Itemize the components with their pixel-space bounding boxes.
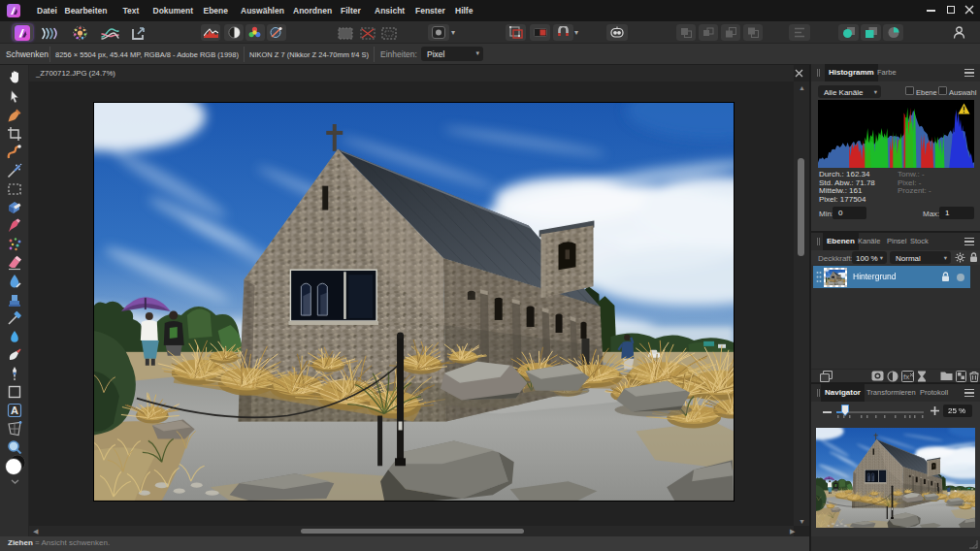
- svg-text:fx: fx: [903, 373, 909, 381]
- svg-text:A: A: [11, 405, 18, 416]
